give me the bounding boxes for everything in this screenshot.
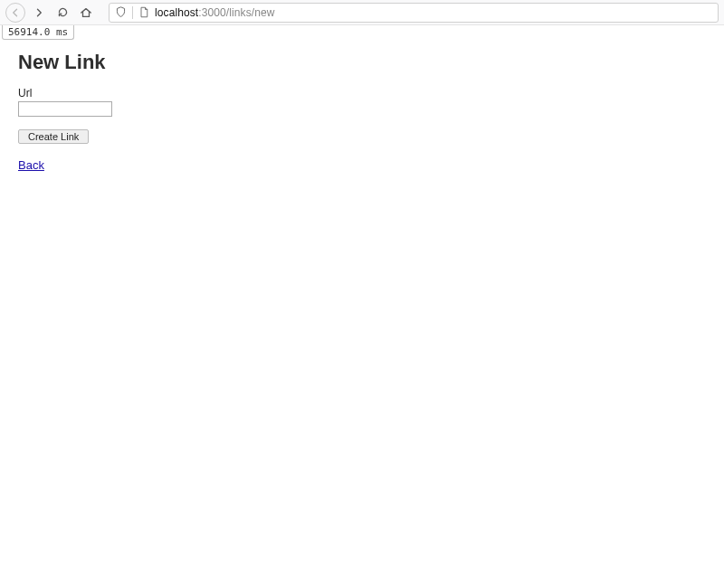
reload-icon [57, 6, 69, 18]
timing-value: 56914.0 ms [8, 26, 68, 38]
url-host: localhost [155, 6, 198, 19]
back-button[interactable] [5, 3, 25, 23]
back-link[interactable]: Back [18, 158, 44, 172]
shield-icon [115, 6, 127, 18]
page-title: New Link [18, 51, 706, 74]
url-label: Url [18, 87, 706, 100]
timing-badge: 56914.0 ms [2, 25, 74, 40]
url-text: localhost:3000/links/new [155, 6, 274, 19]
reload-button[interactable] [52, 3, 72, 23]
home-button[interactable] [76, 3, 96, 23]
create-link-button[interactable]: Create Link [18, 129, 89, 144]
page-content: New Link Url Create Link Back [0, 34, 724, 188]
forward-button[interactable] [29, 3, 49, 23]
url-input[interactable] [18, 101, 112, 117]
page-icon [138, 6, 149, 18]
arrow-right-icon [33, 7, 44, 18]
home-icon [80, 6, 92, 19]
url-path: :3000/links/new [198, 6, 274, 19]
browser-toolbar: localhost:3000/links/new [0, 0, 724, 25]
address-bar[interactable]: localhost:3000/links/new [109, 3, 719, 23]
separator [132, 6, 133, 19]
arrow-left-icon [10, 7, 21, 18]
